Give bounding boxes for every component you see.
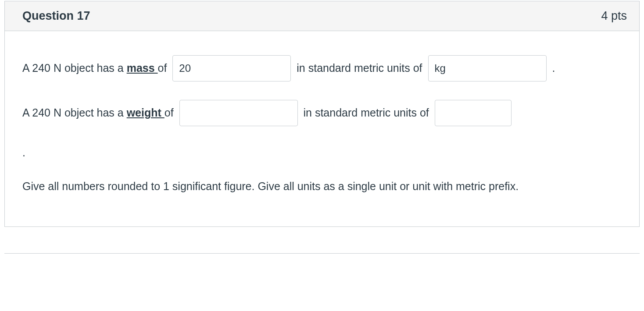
mass-value-input[interactable] — [172, 55, 291, 81]
question-header: Question 17 4 pts — [5, 1, 639, 31]
weight-unit-input[interactable] — [435, 100, 512, 126]
weight-value-input[interactable] — [179, 100, 298, 126]
question-body: A 240 N object has a mass of in standard… — [5, 31, 639, 226]
question-line-weight: A 240 N object has a weight of in standa… — [22, 100, 622, 126]
trailing-period: . — [22, 145, 622, 161]
text-segment: A 240 N object has a — [22, 60, 127, 77]
text-segment: in standard metric units of — [301, 105, 432, 121]
question-title: Question 17 — [22, 9, 90, 23]
question-points: 4 pts — [601, 9, 627, 23]
mass-unit-input[interactable] — [428, 55, 547, 81]
text-segment: A 240 N object has a — [22, 105, 127, 121]
text-segment: of — [158, 60, 170, 77]
text-segment: in standard metric units of — [293, 60, 425, 77]
question-card: Question 17 4 pts A 240 N object has a m… — [4, 1, 640, 227]
instructions-text: Give all numbers rounded to 1 significan… — [22, 177, 622, 196]
question-line-mass: A 240 N object has a mass of in standard… — [22, 55, 622, 81]
text-segment: . — [549, 60, 555, 77]
term-mass: mass — [127, 60, 158, 77]
text-segment: of — [165, 105, 177, 121]
divider — [4, 253, 640, 254]
term-weight: weight — [127, 105, 165, 121]
